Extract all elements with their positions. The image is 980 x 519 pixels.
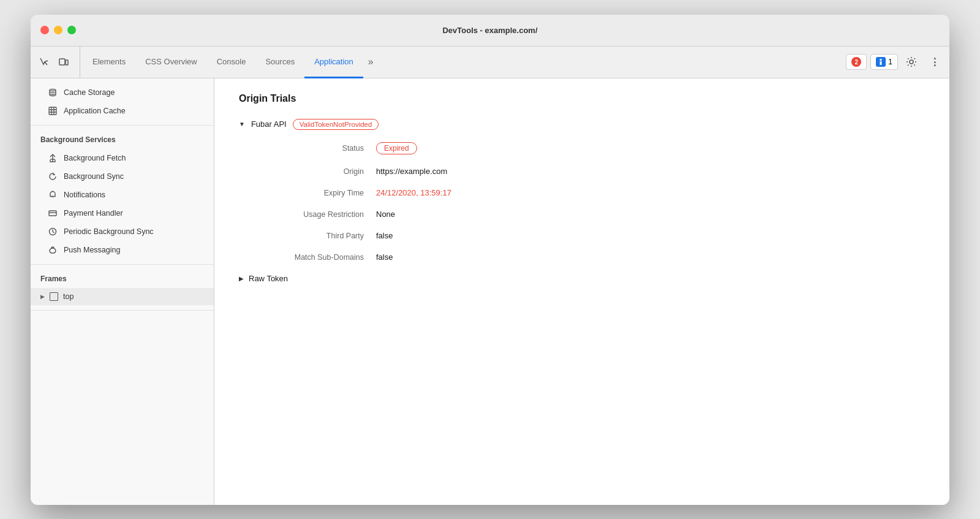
api-section: ▼ Fubar API ValidTokenNotProvided Status… bbox=[239, 119, 925, 283]
periodic-background-sync-icon bbox=[48, 227, 58, 237]
expiry-value: 24/12/2020, 13:59:17 bbox=[376, 188, 451, 197]
sidebar-item-background-fetch[interactable]: Background Fetch bbox=[31, 149, 214, 167]
devtools-window: DevTools - example.com/ Elements bbox=[31, 15, 949, 505]
frames-top-arrow: ▶ bbox=[40, 294, 45, 300]
sidebar-item-payment-handler[interactable]: Payment Handler bbox=[31, 204, 214, 222]
toolbar-icons bbox=[36, 47, 80, 78]
api-header: ▼ Fubar API ValidTokenNotProvided bbox=[239, 119, 925, 130]
usage-restriction-label: Usage Restriction bbox=[254, 210, 376, 219]
svg-rect-6 bbox=[49, 107, 56, 115]
status-value: Expired bbox=[376, 142, 417, 154]
storage-section: Cache Storage Application Cache bbox=[31, 78, 214, 126]
svg-rect-15 bbox=[49, 211, 56, 216]
raw-token-row: ▶ Raw Token bbox=[239, 274, 925, 283]
svg-rect-1 bbox=[66, 60, 68, 65]
push-messaging-icon bbox=[48, 245, 58, 255]
origin-row: Origin https://example.com bbox=[254, 167, 925, 176]
error-badge-button[interactable]: 2 2 bbox=[846, 54, 867, 70]
inspect-icon[interactable] bbox=[36, 53, 53, 70]
minimize-button[interactable] bbox=[54, 26, 62, 34]
sidebar-item-frames-top[interactable]: ▶ top bbox=[31, 288, 214, 305]
tab-console[interactable]: Console bbox=[207, 47, 256, 78]
settings-button[interactable] bbox=[902, 52, 921, 72]
info-count: 1 bbox=[888, 58, 892, 66]
titlebar: DevTools - example.com/ bbox=[31, 15, 949, 47]
usage-restriction-value: None bbox=[376, 210, 395, 219]
frames-top-icon bbox=[50, 292, 58, 301]
third-party-row: Third Party false bbox=[254, 231, 925, 240]
svg-rect-0 bbox=[59, 59, 65, 65]
sidebar-item-notifications[interactable]: Notifications bbox=[31, 186, 214, 204]
tab-application[interactable]: Application bbox=[304, 47, 363, 78]
window-title: DevTools - example.com/ bbox=[442, 26, 537, 35]
background-services-header: Background Services bbox=[31, 131, 214, 149]
expiry-row: Expiry Time 24/12/2020, 13:59:17 bbox=[254, 188, 925, 197]
content-panel: Origin Trials ▼ Fubar API ValidTokenNotP… bbox=[214, 78, 949, 505]
sidebar: Cache Storage Application Cache bbox=[31, 78, 214, 505]
raw-token-label: Raw Token bbox=[249, 274, 288, 283]
raw-token-arrow[interactable]: ▶ bbox=[239, 275, 244, 282]
match-subdomains-value: false bbox=[376, 252, 393, 262]
api-expand-arrow[interactable]: ▼ bbox=[239, 121, 245, 127]
status-row: Status Expired bbox=[254, 142, 925, 154]
more-options-button[interactable]: ⋮ bbox=[925, 52, 944, 72]
cache-storage-icon bbox=[48, 88, 58, 97]
origin-value: https://example.com bbox=[376, 167, 447, 176]
match-subdomains-label: Match Sub-Domains bbox=[254, 253, 376, 262]
sidebar-item-background-sync[interactable]: Background Sync bbox=[31, 167, 214, 186]
svg-rect-3 bbox=[880, 61, 882, 65]
origin-label: Origin bbox=[254, 167, 376, 176]
main-content: Cache Storage Application Cache bbox=[31, 78, 949, 505]
frames-section: Frames ▶ top bbox=[31, 265, 214, 311]
background-services-section: Background Services Background Fetch bbox=[31, 126, 214, 265]
tab-css-overview[interactable]: CSS Overview bbox=[135, 47, 207, 78]
tabs-bar: Elements CSS Overview Console Sources Ap… bbox=[31, 47, 949, 78]
page-title: Origin Trials bbox=[239, 93, 925, 104]
api-badge: ValidTokenNotProvided bbox=[293, 119, 379, 130]
more-tabs-button[interactable]: » bbox=[363, 47, 379, 78]
status-label: Status bbox=[254, 144, 376, 153]
frames-header: Frames bbox=[31, 270, 214, 288]
tab-elements[interactable]: Elements bbox=[83, 47, 135, 78]
tabs-list: Elements CSS Overview Console Sources Ap… bbox=[83, 47, 846, 78]
close-button[interactable] bbox=[40, 26, 49, 34]
application-cache-icon bbox=[48, 106, 58, 116]
third-party-label: Third Party bbox=[254, 232, 376, 240]
sidebar-item-periodic-background-sync[interactable]: Periodic Background Sync bbox=[31, 222, 214, 241]
background-sync-icon bbox=[48, 172, 58, 181]
tab-sources[interactable]: Sources bbox=[255, 47, 304, 78]
svg-point-4 bbox=[910, 60, 913, 64]
notifications-icon bbox=[48, 190, 58, 200]
detail-table: Status Expired Origin https://example.co… bbox=[254, 142, 925, 262]
sidebar-item-push-messaging[interactable]: Push Messaging bbox=[31, 241, 214, 259]
match-subdomains-row: Match Sub-Domains false bbox=[254, 252, 925, 262]
svg-point-5 bbox=[50, 89, 56, 91]
svg-rect-2 bbox=[880, 59, 882, 61]
traffic-lights bbox=[40, 26, 76, 34]
info-icon bbox=[876, 57, 886, 67]
api-name: Fubar API bbox=[251, 119, 287, 129]
expiry-label: Expiry Time bbox=[254, 189, 376, 197]
maximize-button[interactable] bbox=[67, 26, 76, 34]
device-toggle-icon[interactable] bbox=[55, 53, 72, 70]
toolbar-right: 2 2 1 ⋮ bbox=[846, 47, 944, 78]
usage-restriction-row: Usage Restriction None bbox=[254, 210, 925, 219]
sidebar-item-application-cache[interactable]: Application Cache bbox=[31, 102, 214, 120]
payment-handler-icon bbox=[48, 208, 58, 218]
error-count: 2 bbox=[851, 57, 861, 67]
background-fetch-icon bbox=[48, 153, 58, 163]
sidebar-item-cache-storage[interactable]: Cache Storage bbox=[31, 83, 214, 102]
info-badge-button[interactable]: 1 bbox=[870, 54, 898, 70]
third-party-value: false bbox=[376, 231, 393, 240]
